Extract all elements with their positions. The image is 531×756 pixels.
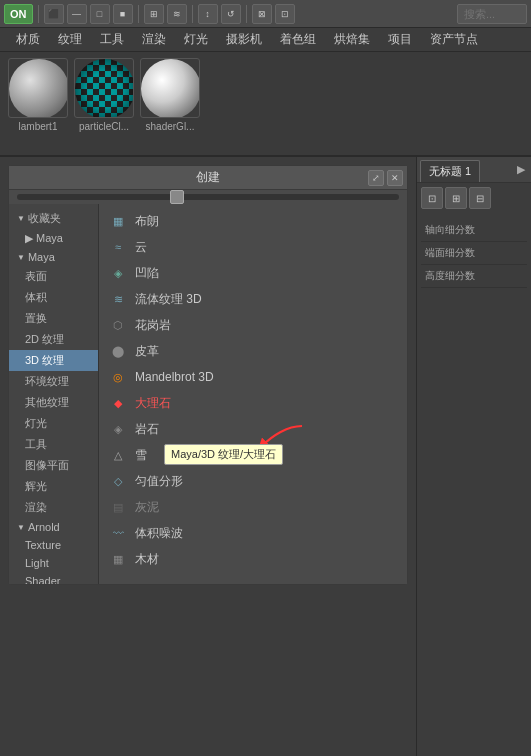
rock-label: 岩石	[135, 421, 159, 438]
list-item-cloud[interactable]: ≈ 云	[99, 234, 407, 260]
separator-1	[38, 5, 39, 23]
granite-label: 花岗岩	[135, 317, 171, 334]
arnold-label: Arnold	[28, 521, 60, 533]
menu-material[interactable]: 材质	[8, 28, 48, 51]
nav-item-3d-texture[interactable]: 3D 纹理	[9, 350, 98, 371]
menu-texture[interactable]: 纹理	[50, 28, 90, 51]
on-button[interactable]: ON	[4, 4, 33, 24]
toolbar-icon-6[interactable]: ≋	[167, 4, 187, 24]
nav-group-maya[interactable]: ▼ Maya	[9, 248, 98, 266]
right-panel-row-axis: 轴向细分数	[421, 219, 527, 242]
nav-group-arnold[interactable]: ▼ Arnold	[9, 518, 98, 536]
lambert-sphere	[9, 59, 68, 118]
list-item-granite[interactable]: ⬡ 花岗岩	[99, 312, 407, 338]
create-panel-float-btn[interactable]: ⤢	[368, 170, 384, 186]
left-nav: ▼ 收藏夹 ▶ Maya ▼ Maya 表面 体积 置换 2D 纹理 3D 纹理…	[9, 204, 99, 584]
cap-subdivs-label: 端面细分数	[425, 246, 475, 260]
material-label-shader: shaderGl...	[146, 121, 195, 132]
nav-item-displacement[interactable]: 置换	[9, 308, 98, 329]
material-thumb-lambert	[8, 58, 68, 118]
nav-item-volume[interactable]: 体积	[9, 287, 98, 308]
list-item-stucco[interactable]: ▤ 灰泥	[99, 494, 407, 520]
menu-bar: 材质 纹理 工具 渲染 灯光 摄影机 着色组 烘焙集 项目 资产节点	[0, 28, 531, 52]
toolbar-icon-4[interactable]: ■	[113, 4, 133, 24]
menu-tools[interactable]: 工具	[92, 28, 132, 51]
nav-item-glow[interactable]: 辉光	[9, 476, 98, 497]
toolbar-icon-7[interactable]: ↕	[198, 4, 218, 24]
list-item-solid-fractal[interactable]: ◇ 匀值分形	[99, 468, 407, 494]
slider-row	[9, 190, 407, 204]
list-item-fluid[interactable]: ≋ 流体纹理 3D	[99, 286, 407, 312]
list-item-mandelbrot[interactable]: ◎ Mandelbrot 3D	[99, 364, 407, 390]
nav-item-env-texture[interactable]: 环境纹理	[9, 371, 98, 392]
right-icon-2[interactable]: ⊞	[445, 187, 467, 209]
arnold-arrow: ▼	[17, 523, 25, 532]
toolbar-icon-9[interactable]: ⊠	[252, 4, 272, 24]
snow-label: 雪	[135, 447, 147, 464]
material-item-particle[interactable]: particleCl...	[74, 58, 134, 132]
toolbar-icon-5[interactable]: ⊞	[144, 4, 164, 24]
list-item-wood[interactable]: ▦ 木材	[99, 546, 407, 572]
list-item-dent[interactable]: ◈ 凹陷	[99, 260, 407, 286]
dent-icon: ◈	[109, 264, 127, 282]
particle-sphere	[75, 59, 134, 118]
nav-item-arnold-light[interactable]: Light	[9, 554, 98, 572]
create-panel-title: 创建	[196, 169, 220, 186]
create-panel-body: ▼ 收藏夹 ▶ Maya ▼ Maya 表面 体积 置换 2D 纹理 3D 纹理…	[9, 204, 407, 584]
material-item-lambert[interactable]: lambert1	[8, 58, 68, 132]
nav-item-maya-top[interactable]: ▶ Maya	[9, 229, 98, 248]
menu-bake[interactable]: 烘焙集	[326, 28, 378, 51]
list-item-volume-noise[interactable]: 〰 体积噪波	[99, 520, 407, 546]
nav-item-arnold-texture[interactable]: Texture	[9, 536, 98, 554]
bulan-icon: ▦	[109, 212, 127, 230]
axis-subdivs-label: 轴向细分数	[425, 223, 475, 237]
nav-item-2d-texture[interactable]: 2D 纹理	[9, 329, 98, 350]
leather-icon: ⬤	[109, 342, 127, 360]
nav-item-other-texture[interactable]: 其他纹理	[9, 392, 98, 413]
right-panel-next-btn[interactable]: ▶	[514, 160, 528, 182]
toolbar-icon-10[interactable]: ⊡	[275, 4, 295, 24]
right-panel-icons: ⊡ ⊞ ⊟	[417, 183, 531, 213]
nav-item-arnold-shader[interactable]: Shader	[9, 572, 98, 584]
slider-track[interactable]	[17, 194, 399, 200]
slider-thumb[interactable]	[170, 190, 184, 204]
right-icon-3[interactable]: ⊟	[469, 187, 491, 209]
toolbar-icon-2[interactable]: —	[67, 4, 87, 24]
list-item-marble[interactable]: ◆ 大理石	[99, 390, 407, 416]
separator-4	[246, 5, 247, 23]
nav-item-tools[interactable]: 工具	[9, 434, 98, 455]
toolbar-icon-3[interactable]: □	[90, 4, 110, 24]
nav-item-image-plane[interactable]: 图像平面	[9, 455, 98, 476]
create-panel: 创建 ⤢ ✕ ▼ 收藏夹 ▶ Maya ▼ Maya	[8, 165, 408, 585]
list-item-bulan[interactable]: ▦ 布朗	[99, 208, 407, 234]
right-panel-row-height: 高度细分数	[421, 265, 527, 288]
nav-group-favorites[interactable]: ▼ 收藏夹	[9, 208, 98, 229]
nav-item-light[interactable]: 灯光	[9, 413, 98, 434]
rock-icon: ◈	[109, 420, 127, 438]
material-thumb-particle	[74, 58, 134, 118]
menu-project[interactable]: 项目	[380, 28, 420, 51]
material-item-shader[interactable]: shaderGl...	[140, 58, 200, 132]
right-icon-1[interactable]: ⊡	[421, 187, 443, 209]
menu-render[interactable]: 渲染	[134, 28, 174, 51]
list-item-rock[interactable]: ◈ 岩石	[99, 416, 407, 442]
create-panel-close-btn[interactable]: ✕	[387, 170, 403, 186]
granite-icon: ⬡	[109, 316, 127, 334]
nav-item-render[interactable]: 渲染	[9, 497, 98, 518]
fluid-icon: ≋	[109, 290, 127, 308]
menu-light[interactable]: 灯光	[176, 28, 216, 51]
cloud-icon: ≈	[109, 238, 127, 256]
right-tab-untitled[interactable]: 无标题 1	[420, 160, 480, 182]
marble-icon: ◆	[109, 394, 127, 412]
material-label-particle: particleCl...	[79, 121, 129, 132]
toolbar-icon-8[interactable]: ↺	[221, 4, 241, 24]
toolbar-icon-1[interactable]: ⬛	[44, 4, 64, 24]
create-panel-header: 创建 ⤢ ✕	[9, 166, 407, 190]
menu-assets[interactable]: 资产节点	[422, 28, 486, 51]
menu-camera[interactable]: 摄影机	[218, 28, 270, 51]
solid-fractal-icon: ◇	[109, 472, 127, 490]
search-input[interactable]	[457, 4, 527, 24]
nav-item-surface[interactable]: 表面	[9, 266, 98, 287]
list-item-leather[interactable]: ⬤ 皮革	[99, 338, 407, 364]
menu-shading-group[interactable]: 着色组	[272, 28, 324, 51]
